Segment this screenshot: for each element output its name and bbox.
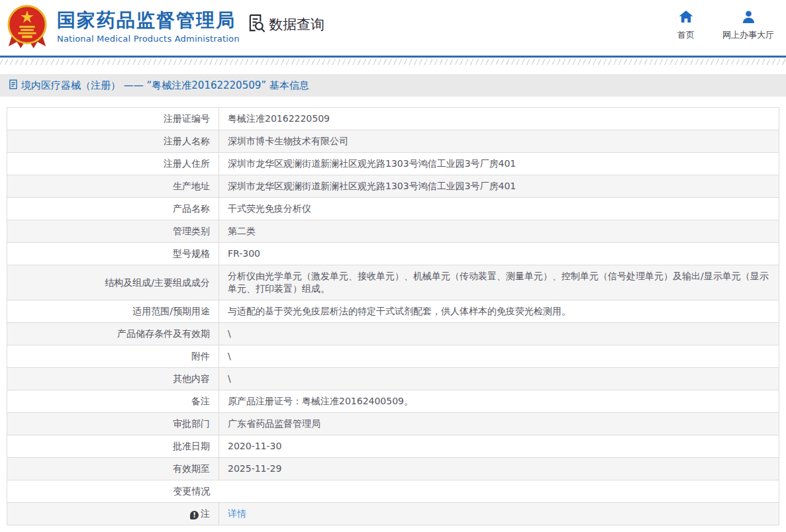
nav-home-label: 首页 bbox=[677, 29, 695, 41]
row-label: 管理类别 bbox=[7, 220, 219, 243]
row-label-text: 生产地址 bbox=[173, 181, 210, 191]
row-value-text: 干式荧光免疫分析仪 bbox=[228, 203, 311, 214]
row-label: 有效期至 bbox=[7, 458, 219, 480]
row-label-text: 适用范围/预期用途 bbox=[132, 306, 210, 316]
table-row: 附件\ bbox=[7, 345, 779, 368]
hatch-band bbox=[0, 59, 786, 65]
page-title: 境内医疗器械（注册） —— “粤械注准20162220509” 基本信息 bbox=[21, 79, 309, 92]
table-row: 注册证编号粤械注准20162220509 bbox=[7, 108, 779, 130]
detail-link[interactable]: 详情 bbox=[228, 508, 246, 519]
row-value: 2025-11-29 bbox=[219, 458, 779, 480]
row-value-text: \ bbox=[228, 373, 231, 384]
table-row: !注详情 bbox=[7, 503, 779, 525]
page-header: 国家药品监督管理局 National Medical Products Admi… bbox=[0, 0, 786, 56]
nav-service-hall[interactable]: 网上办事大厅 bbox=[722, 11, 774, 41]
row-label: 注册人住所 bbox=[7, 153, 219, 175]
data-query-label: 数据查询 bbox=[269, 15, 324, 34]
document-icon bbox=[9, 79, 17, 92]
breadcrumb: 境内医疗器械（注册） —— “粤械注准20162220509” 基本信息 bbox=[0, 74, 786, 97]
table-row: 适用范围/预期用途与适配的基于荧光免疫层析法的特定干式试剂配套，供人体样本的免疫… bbox=[7, 300, 779, 323]
row-value: 广东省药品监督管理局 bbox=[219, 413, 779, 435]
document-search-icon bbox=[246, 13, 266, 35]
data-query-entry[interactable]: 数据查询 bbox=[246, 13, 324, 35]
row-label: 其他内容 bbox=[7, 368, 219, 390]
nav-home[interactable]: 首页 bbox=[677, 11, 695, 41]
nav-service-hall-label: 网上办事大厅 bbox=[722, 29, 774, 41]
info-table: 注册证编号粤械注准20162220509注册人名称深圳市博卡生物技术有限公司注册… bbox=[7, 107, 779, 525]
row-value: 深圳市龙华区观澜街道新澜社区观光路1303号鸿信工业园3号厂房401 bbox=[219, 175, 779, 198]
row-label: 型号规格 bbox=[7, 243, 219, 265]
row-value-text: 深圳市博卡生物技术有限公司 bbox=[228, 136, 348, 146]
national-emblem-icon bbox=[7, 4, 48, 49]
table-row: 审批部门广东省药品监督管理局 bbox=[7, 413, 779, 435]
row-value: 深圳市博卡生物技术有限公司 bbox=[219, 130, 779, 153]
table-row: 管理类别第二类 bbox=[7, 220, 779, 243]
table-row: 有效期至2025-11-29 bbox=[7, 458, 779, 480]
table-row: 批准日期2020-11-30 bbox=[7, 435, 779, 458]
row-label: !注 bbox=[7, 503, 219, 525]
row-value: 原产品注册证号：粤械注准20162400509。 bbox=[219, 390, 779, 413]
table-row: 备注原产品注册证号：粤械注准20162400509。 bbox=[7, 390, 779, 413]
row-value-text: \ bbox=[228, 328, 231, 339]
row-label-text: 型号规格 bbox=[173, 248, 210, 259]
row-value: \ bbox=[219, 323, 779, 345]
row-label-text: 注册人名称 bbox=[164, 136, 210, 146]
table-row: 注册人名称深圳市博卡生物技术有限公司 bbox=[7, 130, 779, 153]
info-table-body: 注册证编号粤械注准20162220509注册人名称深圳市博卡生物技术有限公司注册… bbox=[7, 108, 779, 525]
row-label: 生产地址 bbox=[7, 175, 219, 198]
row-label-text: 附件 bbox=[191, 351, 210, 361]
home-icon bbox=[679, 11, 693, 26]
table-row: 注册人住所深圳市龙华区观澜街道新澜社区观光路1303号鸿信工业园3号厂房401 bbox=[7, 153, 779, 175]
note-icon: ! bbox=[190, 511, 199, 519]
site-title-en: National Medical Products Administration bbox=[57, 34, 240, 44]
row-value-text: 原产品注册证号：粤械注准20162400509。 bbox=[228, 396, 413, 406]
row-value bbox=[219, 480, 779, 503]
row-value-text: 粤械注准20162220509 bbox=[228, 113, 330, 124]
row-label: 注册人名称 bbox=[7, 130, 219, 153]
row-value: FR-300 bbox=[219, 243, 779, 265]
row-label: 产品名称 bbox=[7, 198, 219, 220]
row-value-text: FR-300 bbox=[228, 248, 260, 259]
row-label-text: 其他内容 bbox=[173, 373, 210, 384]
table-row: 变更情况 bbox=[7, 480, 779, 503]
row-label: 附件 bbox=[7, 345, 219, 368]
row-label-text: 备注 bbox=[191, 396, 210, 406]
table-row: 产品名称干式荧光免疫分析仪 bbox=[7, 198, 779, 220]
row-value-text: 分析仪由光学单元（激发单元、接收单元）、机械单元（传动装置、测量单元）、控制单元… bbox=[228, 271, 769, 294]
row-label-text: 管理类别 bbox=[173, 226, 210, 236]
row-label-text: 变更情况 bbox=[173, 486, 211, 496]
row-label-text: 结构及组成/主要组成成分 bbox=[105, 277, 210, 288]
row-label-text: 批准日期 bbox=[173, 441, 210, 451]
row-label-text: 产品储存条件及有效期 bbox=[117, 328, 210, 339]
row-value-text: 广东省药品监督管理局 bbox=[228, 418, 320, 429]
row-value-text: 2025-11-29 bbox=[228, 463, 281, 474]
header-rule bbox=[0, 56, 786, 58]
row-label-text: 有效期至 bbox=[173, 463, 210, 474]
row-value: 第二类 bbox=[219, 220, 779, 243]
top-nav: 首页 网上办事大厅 bbox=[677, 11, 774, 41]
row-label: 产品储存条件及有效期 bbox=[7, 323, 219, 345]
row-value: \ bbox=[219, 368, 779, 390]
row-value: \ bbox=[219, 345, 779, 368]
row-value: 分析仪由光学单元（激发单元、接收单元）、机械单元（传动装置、测量单元）、控制单元… bbox=[219, 265, 779, 300]
row-value: 与适配的基于荧光免疫层析法的特定干式试剂配套，供人体样本的免疫荧光检测用。 bbox=[219, 300, 779, 323]
row-value-text: 深圳市龙华区观澜街道新澜社区观光路1303号鸿信工业园3号厂房401 bbox=[228, 181, 516, 191]
row-label: 注册证编号 bbox=[7, 108, 219, 130]
site-title-cn: 国家药品监督管理局 bbox=[57, 9, 240, 32]
row-value: 干式荧光免疫分析仪 bbox=[219, 198, 779, 220]
row-value: 深圳市龙华区观澜街道新澜社区观光路1303号鸿信工业园3号厂房401 bbox=[219, 153, 779, 175]
detail-table-container: 注册证编号粤械注准20162220509注册人名称深圳市博卡生物技术有限公司注册… bbox=[7, 107, 779, 525]
row-value: 详情 bbox=[219, 503, 779, 525]
table-row: 型号规格FR-300 bbox=[7, 243, 779, 265]
row-label-text: 注册人住所 bbox=[164, 158, 210, 169]
row-label-text: 审批部门 bbox=[173, 418, 210, 429]
table-row: 结构及组成/主要组成成分分析仪由光学单元（激发单元、接收单元）、机械单元（传动装… bbox=[7, 265, 779, 300]
row-value: 粤械注准20162220509 bbox=[219, 108, 779, 130]
row-label: 批准日期 bbox=[7, 435, 219, 458]
row-value-text: \ bbox=[228, 351, 231, 361]
row-value: 2020-11-30 bbox=[219, 435, 779, 458]
row-value-text: 深圳市龙华区观澜街道新澜社区观光路1303号鸿信工业园3号厂房401 bbox=[228, 158, 516, 169]
brand-block: 国家药品监督管理局 National Medical Products Admi… bbox=[57, 9, 240, 44]
table-row: 其他内容\ bbox=[7, 368, 779, 390]
user-icon bbox=[742, 11, 756, 26]
